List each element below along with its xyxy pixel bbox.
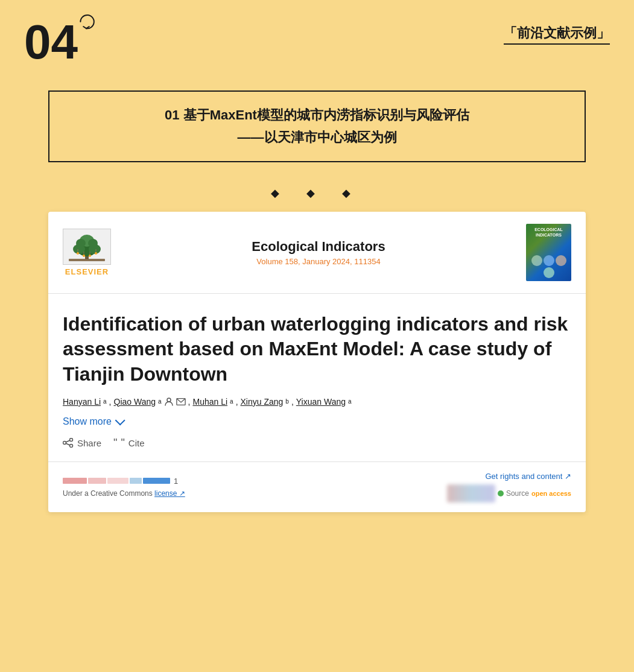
author-hanyan-li[interactable]: Hanyan Li <box>63 397 101 407</box>
authors-section: Hanyan Lia , Qiao Wanga , Muhan Lia , Xi… <box>48 397 586 416</box>
cite-label: Cite <box>128 438 145 448</box>
author-muhan-li[interactable]: Muhan Li <box>192 397 227 407</box>
publisher-name: ELSEVIER <box>65 267 109 276</box>
journal-name: Ecological Indicators <box>123 239 514 255</box>
journal-volume: Volume 158, January 2024, 111354 <box>123 257 514 266</box>
title-box-container: 01 基于MaxEnt模型的城市内涝指标识别与风险评估 ——以天津市中心城区为例 <box>0 72 634 174</box>
blurred-logo <box>447 484 495 502</box>
show-more-label: Show more <box>63 416 112 427</box>
svg-point-9 <box>88 239 98 247</box>
creative-commons-text: Under a Creative Commons license ↗ <box>63 489 185 498</box>
get-rights-link[interactable]: Get rights and content ↗ <box>485 472 571 481</box>
source-badge: Source open access <box>447 484 571 502</box>
author-xinyu-zang[interactable]: Xinyu Zang <box>241 397 284 407</box>
svg-point-8 <box>76 239 86 247</box>
person-icon <box>164 397 174 407</box>
share-button[interactable]: Share <box>63 438 101 448</box>
svg-point-18 <box>167 398 171 402</box>
title-box-text: 01 基于MaxEnt模型的城市内涝指标识别与风险评估 ——以天津市中心城区为例 <box>68 104 566 149</box>
elsevier-tree-image <box>63 229 111 265</box>
svg-point-22 <box>63 442 66 445</box>
bottom-bar: 1 Under a Creative Commons license ↗ Get… <box>48 462 586 512</box>
svg-point-15 <box>89 255 91 257</box>
svg-point-13 <box>83 255 85 257</box>
cite-icon2: " <box>121 437 124 449</box>
journal-header: ELSEVIER Ecological Indicators Volume 15… <box>48 212 586 294</box>
top-section: 04 「前沿文献示例」 <box>0 0 634 72</box>
svg-point-17 <box>95 252 97 255</box>
author-yixuan-wang[interactable]: Yixuan Wang <box>296 397 346 407</box>
cc-prefix: Under a Creative Commons <box>63 489 153 498</box>
decorative-dots: ◆ ◆ ◆ <box>0 174 634 212</box>
bottom-right: Get rights and content ↗ Source open acc… <box>447 472 571 502</box>
source-dot-icon <box>498 490 504 496</box>
open-access-label: open access <box>531 490 571 497</box>
svg-line-24 <box>66 443 70 445</box>
journal-cover-text: ECOLOGICAL INDICATORS <box>526 227 571 238</box>
page-number: 04 <box>24 18 78 66</box>
license-link[interactable]: license ↗ <box>154 489 185 498</box>
show-more-button[interactable]: Show more <box>48 416 586 437</box>
seg-2 <box>88 478 106 484</box>
cite-button[interactable]: " " Cite <box>113 437 144 449</box>
seg-4 <box>130 478 142 484</box>
progress-bar-row: 1 <box>63 477 185 486</box>
svg-point-21 <box>70 445 73 448</box>
seg-5 <box>143 478 170 484</box>
share-label: Share <box>77 438 101 448</box>
title-box: 01 基于MaxEnt模型的城市内涝指标识别与风险评估 ——以天津市中心城区为例 <box>48 90 586 162</box>
author-qiao-wang[interactable]: Qiao Wang <box>114 397 156 407</box>
share-icon <box>63 438 74 448</box>
seg-3 <box>107 478 128 484</box>
journal-info: Ecological Indicators Volume 158, Januar… <box>111 239 526 266</box>
bottom-left: 1 Under a Creative Commons license ↗ <box>63 477 185 498</box>
section-label: 「前沿文献示例」 <box>504 24 610 45</box>
progress-number: 1 <box>174 477 178 486</box>
journal-cover-circles <box>526 255 571 278</box>
seg-1 <box>63 478 87 484</box>
progress-segments <box>63 478 170 484</box>
journal-cover: ECOLOGICAL INDICATORS <box>526 224 571 281</box>
email-icon <box>176 397 186 407</box>
svg-point-11 <box>77 252 79 255</box>
cite-icon: " <box>113 437 117 449</box>
chevron-down-icon <box>115 415 125 425</box>
action-buttons: Share " " Cite <box>48 437 586 462</box>
source-label: Source <box>506 489 529 498</box>
svg-line-23 <box>66 440 70 442</box>
elsevier-logo: ELSEVIER <box>63 229 111 276</box>
circle-decoration-icon <box>77 12 96 31</box>
svg-point-20 <box>70 439 73 442</box>
paper-title: Identification of urban waterlogging ind… <box>48 294 586 397</box>
paper-card: ELSEVIER Ecological Indicators Volume 15… <box>48 212 586 512</box>
